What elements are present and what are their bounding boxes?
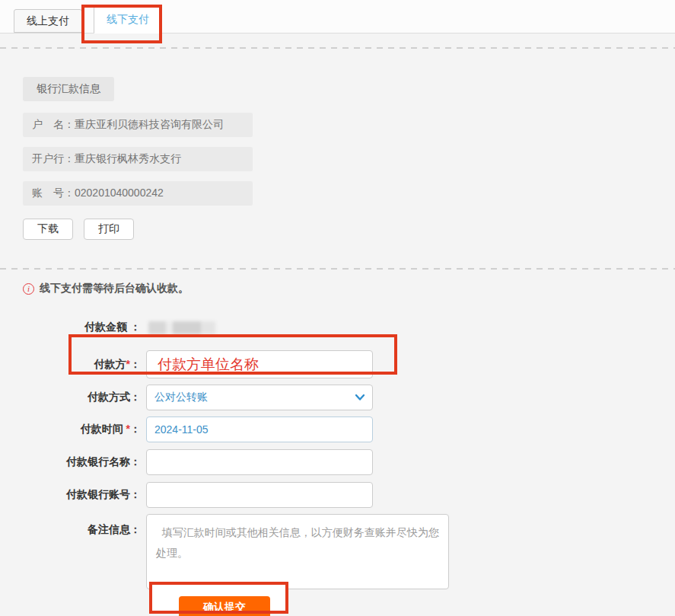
payer-row: 付款方*： xyxy=(0,350,675,378)
tab-offline-payment[interactable]: 线下支付 xyxy=(94,6,162,34)
payment-method-value: 公对公转账 xyxy=(154,391,208,404)
payment-date-input[interactable] xyxy=(146,417,373,442)
payer-label: 付款方*： xyxy=(0,358,141,372)
account-number-row: 账 号：020201040000242 xyxy=(23,181,253,206)
payer-bank-name-label: 付款银行名称： xyxy=(0,455,141,469)
account-name-row: 户 名：重庆亚利贝德科技咨询有限公司 xyxy=(23,113,253,137)
tab-offline-payment-label: 线下支付 xyxy=(107,13,149,27)
payer-input[interactable] xyxy=(146,350,373,378)
confirm-submit-button[interactable]: 确认提交 xyxy=(179,596,270,616)
submit-row: 确认提交 xyxy=(0,596,675,616)
remark-row: 备注信息： xyxy=(0,514,675,589)
payer-bank-name-row: 付款银行名称： xyxy=(0,449,675,475)
offline-payment-notice: i 线下支付需等待后台确认收款。 xyxy=(23,282,675,295)
amount-label: 付款金额 ： xyxy=(0,321,141,334)
remark-textarea[interactable] xyxy=(146,514,449,589)
account-name-label: 户 名： xyxy=(32,118,75,130)
offline-payment-page: 线上支付 线下支付 银行汇款信息 户 名：重庆亚利贝德科技咨询有限公司 开户行：… xyxy=(0,0,675,616)
payment-method-select[interactable]: 公对公转账 xyxy=(146,385,373,410)
chevron-down-icon xyxy=(355,394,365,401)
amount-row: 付款金额 ： xyxy=(0,320,675,335)
payment-date-row: 付款时间 *： xyxy=(0,417,675,442)
account-number-label: 账 号： xyxy=(32,187,75,199)
bank-info-actions: 下载 打印 xyxy=(23,219,652,240)
bank-remittance-section: 银行汇款信息 户 名：重庆亚利贝德科技咨询有限公司 开户行：重庆银行枫林秀水支行… xyxy=(0,49,675,240)
bank-branch-label: 开户行： xyxy=(32,152,75,164)
payer-bank-account-input[interactable] xyxy=(146,482,373,508)
payer-bank-account-label: 付款银行账号： xyxy=(0,488,141,502)
amount-value-redacted xyxy=(148,321,215,334)
offline-payment-form: 付款金额 ： 付款方*： 付款方式： 公对公转账 付款时间 *： 付款银行名称：… xyxy=(0,320,675,616)
info-icon: i xyxy=(23,283,34,295)
payer-bank-account-row: 付款银行账号： xyxy=(0,482,675,508)
tab-online-payment-label: 线上支付 xyxy=(27,14,69,28)
notice-text: 线下支付需等待后台确认收款。 xyxy=(40,282,189,295)
payment-date-label: 付款时间 *： xyxy=(0,423,141,436)
account-name-value: 重庆亚利贝德科技咨询有限公司 xyxy=(75,118,224,130)
download-button[interactable]: 下载 xyxy=(23,219,73,240)
bank-branch-row: 开户行：重庆银行枫林秀水支行 xyxy=(23,147,253,171)
payment-method-label: 付款方式： xyxy=(0,391,141,404)
payer-bank-name-input[interactable] xyxy=(146,449,373,475)
account-number-value: 020201040000242 xyxy=(75,187,164,199)
bank-branch-value: 重庆银行枫林秀水支行 xyxy=(75,152,181,164)
print-button[interactable]: 打印 xyxy=(84,219,134,240)
tab-online-payment[interactable]: 线上支付 xyxy=(14,9,82,33)
remark-label: 备注信息： xyxy=(0,514,141,537)
bank-info-section-label: 银行汇款信息 xyxy=(23,77,114,101)
payment-method-row: 付款方式： 公对公转账 xyxy=(0,385,675,410)
payment-tabbar: 线上支付 线下支付 xyxy=(0,0,675,34)
dashed-divider-middle xyxy=(0,268,675,270)
